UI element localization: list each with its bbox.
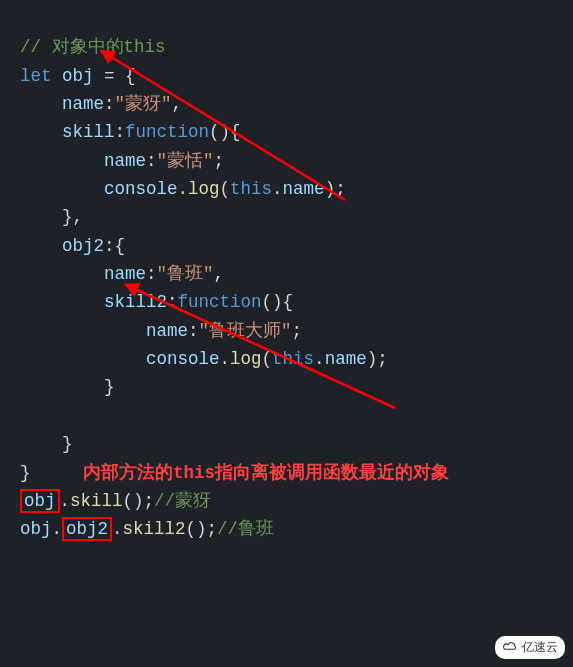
prop-skill: skill bbox=[62, 122, 115, 142]
ident-obj: obj bbox=[62, 66, 94, 86]
punc: :{ bbox=[104, 236, 125, 256]
punc: ( bbox=[220, 179, 231, 199]
comment-line-1: // 对象中的this bbox=[20, 37, 166, 57]
punc: : bbox=[146, 151, 157, 171]
punc: ; bbox=[292, 321, 303, 341]
fn-skill2: skill2 bbox=[123, 519, 186, 539]
punc: : bbox=[115, 122, 126, 142]
fn-skill: skill bbox=[70, 491, 123, 511]
punc: } bbox=[62, 434, 73, 454]
punc: }, bbox=[62, 207, 83, 227]
string: "蒙犽" bbox=[115, 94, 172, 114]
comment: //蒙犽 bbox=[154, 491, 211, 511]
cloud-icon bbox=[502, 641, 518, 655]
prop-name: name bbox=[62, 94, 104, 114]
highlight-box-obj: obj bbox=[20, 489, 60, 513]
keyword-function: function bbox=[178, 292, 262, 312]
punc: (); bbox=[123, 491, 155, 511]
punc: ); bbox=[367, 349, 388, 369]
punc: , bbox=[214, 264, 225, 284]
punc: . bbox=[220, 349, 231, 369]
punc: ( bbox=[262, 349, 273, 369]
code-block: // 对象中的this let obj = { name:"蒙犽", skill… bbox=[0, 0, 573, 544]
prop-obj2: obj2 bbox=[62, 236, 104, 256]
watermark-text: 亿速云 bbox=[522, 639, 558, 656]
string: "鲁班" bbox=[157, 264, 214, 284]
punc: . bbox=[52, 519, 63, 539]
highlight-box-obj2: obj2 bbox=[62, 517, 112, 541]
keyword-this: this bbox=[272, 349, 314, 369]
watermark: 亿速云 bbox=[495, 636, 565, 659]
punc: (){ bbox=[209, 122, 241, 142]
prop-name: name bbox=[325, 349, 367, 369]
ident-console: console bbox=[146, 349, 220, 369]
keyword-this: this bbox=[230, 179, 272, 199]
fn-log: log bbox=[188, 179, 220, 199]
punc: ; bbox=[214, 151, 225, 171]
prop-name: name bbox=[104, 264, 146, 284]
punc: : bbox=[167, 292, 178, 312]
ident-obj: obj bbox=[24, 491, 56, 511]
punc: ); bbox=[325, 179, 346, 199]
punc: . bbox=[60, 491, 71, 511]
punc: } bbox=[104, 377, 115, 397]
keyword-function: function bbox=[125, 122, 209, 142]
punc: . bbox=[314, 349, 325, 369]
ident-obj2: obj2 bbox=[66, 519, 108, 539]
punc: : bbox=[188, 321, 199, 341]
punc: (); bbox=[186, 519, 218, 539]
ident-obj: obj bbox=[20, 519, 52, 539]
punc: , bbox=[172, 94, 183, 114]
punc: } bbox=[20, 463, 31, 483]
string: "鲁班大师" bbox=[199, 321, 292, 341]
ident-console: console bbox=[104, 179, 178, 199]
punc: = { bbox=[94, 66, 136, 86]
punc: . bbox=[178, 179, 189, 199]
punc: : bbox=[104, 94, 115, 114]
prop-name: name bbox=[146, 321, 188, 341]
punc: . bbox=[112, 519, 123, 539]
punc: (){ bbox=[262, 292, 294, 312]
fn-log: log bbox=[230, 349, 262, 369]
prop-name: name bbox=[283, 179, 325, 199]
punc: : bbox=[146, 264, 157, 284]
prop-name: name bbox=[104, 151, 146, 171]
comment: //鲁班 bbox=[217, 519, 274, 539]
keyword-let: let bbox=[20, 66, 52, 86]
punc: . bbox=[272, 179, 283, 199]
annotation-note: 内部方法的this指向离被调用函数最近的对象 bbox=[83, 463, 449, 483]
prop-skill2: skill2 bbox=[104, 292, 167, 312]
string: "蒙恬" bbox=[157, 151, 214, 171]
